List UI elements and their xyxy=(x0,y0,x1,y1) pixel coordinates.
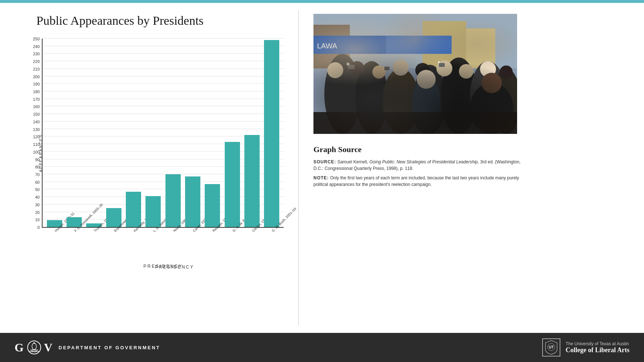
svg-point-10 xyxy=(383,68,419,134)
svg-rect-26 xyxy=(439,63,445,67)
svg-rect-5 xyxy=(313,36,386,54)
svg-point-21 xyxy=(459,64,473,79)
right-panel: LAWA xyxy=(299,3,644,333)
bar-group: Reagan, 1981–83 xyxy=(204,39,221,227)
y-tick-label: 10 xyxy=(25,218,40,222)
bar-group: L. B. Johnson, 1965–67 xyxy=(144,39,162,227)
gov-icon xyxy=(27,341,41,354)
svg-point-9 xyxy=(355,61,388,134)
svg-rect-4 xyxy=(313,25,350,68)
svg-point-30 xyxy=(417,70,436,89)
bar-group: Hoover, 1929–31 xyxy=(45,39,63,227)
ut-logo-box: UT xyxy=(542,338,560,357)
svg-point-19 xyxy=(415,63,430,77)
svg-rect-2 xyxy=(423,21,466,68)
y-tick-label: 110 xyxy=(25,142,40,147)
y-tick-label: 0 xyxy=(25,225,40,230)
x-axis-label: PRESIDENCY xyxy=(155,264,194,270)
y-tick-label: 70 xyxy=(25,172,40,177)
y-tick-label: 100 xyxy=(25,150,40,154)
y-tick-label: 230 xyxy=(25,52,40,56)
gov-logo-text-v: V xyxy=(44,341,53,354)
y-tick-label: 50 xyxy=(25,187,40,192)
bar-group: Truman, 1945–47 xyxy=(85,39,103,227)
crowd-photo: LAWA xyxy=(313,14,517,134)
source-label: SOURCE: xyxy=(313,159,336,164)
svg-point-8 xyxy=(324,54,361,134)
svg-point-14 xyxy=(492,68,517,134)
y-tick-label: 130 xyxy=(25,127,40,132)
bar-group: Eisenhower, 1953–55 xyxy=(105,39,123,227)
svg-point-23 xyxy=(500,65,513,79)
svg-text:UT: UT xyxy=(549,345,553,349)
svg-point-12 xyxy=(441,57,477,134)
gov-logo: G V xyxy=(15,341,53,354)
source-section: Graph Source SOURCE: Samuel Kernell, Goi… xyxy=(313,141,524,191)
note-label: NOTE: xyxy=(313,175,329,180)
gov-logo-text: G xyxy=(15,341,24,354)
y-tick-label: 180 xyxy=(25,89,40,94)
svg-point-33 xyxy=(438,61,440,63)
y-tick-label: 60 xyxy=(25,180,40,184)
bar-group: Carter, 1977–79 xyxy=(184,39,201,227)
svg-point-29 xyxy=(412,76,441,134)
y-tick-label: 140 xyxy=(25,120,40,124)
chart-plot-area: 0102030405060708090100110120130140150160… xyxy=(42,39,284,228)
svg-rect-25 xyxy=(384,67,389,70)
y-tick-label: 250 xyxy=(25,37,40,41)
bar-group: Clinton, 1993–95 xyxy=(243,39,261,227)
chart-title: Public Appearances by Presidents xyxy=(36,14,291,28)
y-tick-label: 170 xyxy=(25,97,40,102)
bar-group: G. W. Bush, 2001–03 xyxy=(263,39,281,227)
y-tick-label: 210 xyxy=(25,67,40,71)
chart-area: Public Appearances by Presidents APPEARA… xyxy=(0,3,298,333)
source-note: NOTE: Only the first two years of each t… xyxy=(313,175,524,188)
svg-point-35 xyxy=(32,343,36,350)
department-name: Department of Government xyxy=(59,345,160,350)
bar xyxy=(185,176,200,227)
source-book-title: Going Public: New Strategies of Presiden… xyxy=(369,159,479,164)
svg-rect-1 xyxy=(313,14,517,68)
svg-point-27 xyxy=(470,83,513,134)
svg-text:LAWA: LAWA xyxy=(317,42,337,50)
svg-rect-7 xyxy=(386,36,452,54)
y-tick-label: 30 xyxy=(25,203,40,207)
y-tick-label: 90 xyxy=(25,158,40,162)
y-tick-label: 160 xyxy=(25,104,40,109)
ut-text: The University of Texas at Austin Colleg… xyxy=(566,341,629,354)
svg-rect-31 xyxy=(313,112,517,134)
source-heading: Graph Source xyxy=(313,145,524,154)
bar-group: Kennedy, 1961–63 xyxy=(124,39,142,227)
bar xyxy=(145,196,161,227)
bar xyxy=(205,184,220,227)
y-tick-label: 40 xyxy=(25,195,40,199)
bar-group: F. D. Roosevelt, 1933–35 xyxy=(65,39,83,227)
bar xyxy=(264,40,279,227)
svg-rect-24 xyxy=(348,65,355,69)
footer: G V Department of Government UT The U xyxy=(0,333,644,362)
bar xyxy=(244,135,260,227)
bar-group: Nixon, 1969–71 xyxy=(164,39,182,227)
ut-college-name: College of Liberal Arts xyxy=(566,346,629,354)
footer-left: G V Department of Government xyxy=(15,341,160,354)
ut-shield-icon: UT xyxy=(545,340,558,355)
bar xyxy=(165,174,181,227)
chart-container: APPEARANCES 0102030405060708090100110120… xyxy=(22,35,287,271)
y-tick-label: 240 xyxy=(25,44,40,49)
svg-point-20 xyxy=(436,60,452,76)
y-tick-label: 150 xyxy=(25,112,40,116)
y-tick-label: 120 xyxy=(25,135,40,139)
bar xyxy=(225,142,240,227)
svg-rect-0 xyxy=(313,14,517,134)
source-citation: SOURCE: Samuel Kernell, Going Public: Ne… xyxy=(313,159,524,172)
top-border xyxy=(0,0,644,3)
bar xyxy=(126,192,141,227)
svg-point-16 xyxy=(350,61,364,76)
svg-rect-3 xyxy=(466,28,495,68)
svg-point-13 xyxy=(470,61,506,134)
bars-container: Hoover, 1929–31F. D. Roosevelt, 1933–35T… xyxy=(43,39,284,227)
svg-point-39 xyxy=(33,342,35,344)
svg-point-17 xyxy=(372,65,385,79)
ut-university-name: The University of Texas at Austin xyxy=(566,341,629,346)
bar-group: G. H. W. Bush, 1988–90 xyxy=(223,39,241,227)
